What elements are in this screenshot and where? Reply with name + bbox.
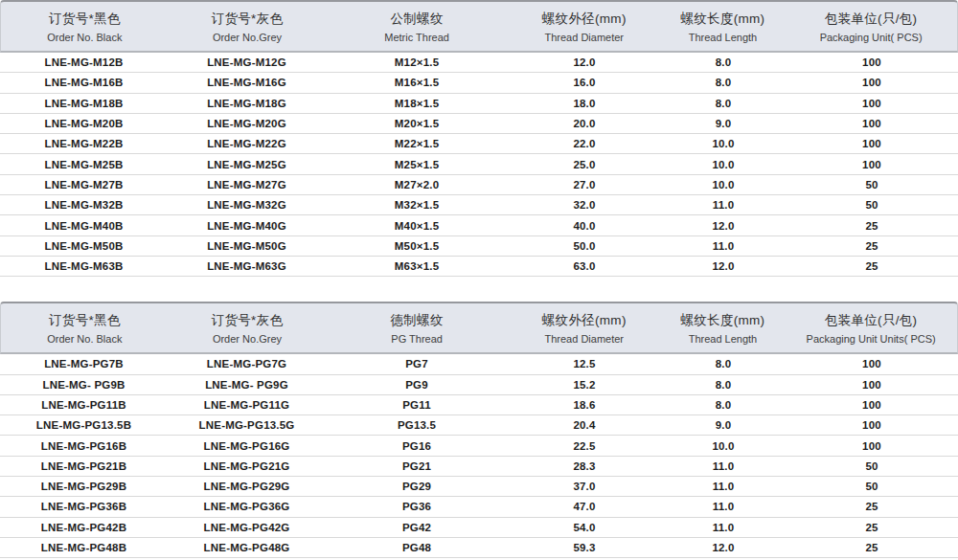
column-header-zh: 订货号*灰色 <box>169 312 327 329</box>
column-header-zh: 订货号*黑色 <box>1 11 169 28</box>
table-cell: 12.5 <box>508 358 661 370</box>
table-cell: 20.4 <box>508 419 661 431</box>
table-cell: M27×2.0 <box>326 179 508 190</box>
table-cell: 32.0 <box>508 199 661 211</box>
table-cell: M63×1.5 <box>326 260 508 272</box>
table-cell: 22.0 <box>508 138 661 149</box>
table-cell: M22×1.5 <box>326 138 508 149</box>
table-cell: PG36 <box>326 501 508 512</box>
table-cell: LNE-MG-M27G <box>168 179 326 190</box>
table-cell: M18×1.5 <box>326 98 508 109</box>
table-cell: M40×1.5 <box>326 220 508 232</box>
table-row: LNE-MG-M20BLNE-MG-M20GM20×1.520.09.0100 <box>0 114 958 134</box>
column-header-pg-thread: 德制螺纹 PG Thread <box>326 312 508 345</box>
column-header-metric-thread: 公制螺纹 Metric Thread <box>326 11 508 43</box>
table-cell: 100 <box>786 77 958 88</box>
table-cell: PG11 <box>326 399 508 411</box>
table-cell: 47.0 <box>508 501 661 512</box>
table-cell: 50.0 <box>508 240 661 252</box>
table-cell: LNE-MG-M18G <box>168 98 326 109</box>
pg-thread-table: 订货号*黑色 Order No. Black 订货号*灰色 Order No.G… <box>0 302 958 558</box>
table-cell: 9.0 <box>661 118 786 129</box>
table-cell: 8.0 <box>661 56 786 68</box>
table-cell: 10.0 <box>661 440 786 452</box>
table-cell: 11.0 <box>661 481 786 492</box>
pg-thread-table-header: 订货号*黑色 Order No. Black 订货号*灰色 Order No.G… <box>0 302 958 354</box>
table-cell: 100 <box>786 379 958 391</box>
column-header-thread-length: 螺纹长度(mm) Thread Length <box>661 312 786 345</box>
column-header-zh: 螺纹长度(mm) <box>661 11 786 28</box>
table-cell: 15.2 <box>508 379 661 391</box>
table-cell: 100 <box>786 98 958 109</box>
table-cell: 100 <box>786 399 958 411</box>
table-cell: 12.0 <box>661 220 786 232</box>
table-cell: 11.0 <box>661 522 786 533</box>
table-cell: LNE-MG-M40B <box>0 220 168 232</box>
column-header-zh: 包装单位(只/包) <box>785 312 957 329</box>
table-cell: LNE-MG-M50B <box>0 240 168 252</box>
column-header-zh: 包装单位(只/包) <box>785 11 957 28</box>
table-cell: LNE-MG-M22B <box>0 138 168 149</box>
column-header-zh: 订货号*灰色 <box>169 11 327 28</box>
table-row: LNE-MG-M63BLNE-MG-M63GM63×1.563.012.025 <box>0 257 958 277</box>
table-cell: 11.0 <box>661 240 786 252</box>
table-cell: LNE-MG-PG11G <box>168 399 326 411</box>
column-header-order-no-black: 订货号*黑色 Order No. Black <box>1 312 169 345</box>
table-cell: LNE-MG-M40G <box>168 220 326 232</box>
table-cell: LNE-MG-M18B <box>0 98 168 109</box>
table-cell: 8.0 <box>661 98 786 109</box>
table-cell: 25 <box>786 240 958 252</box>
table-cell: LNE-MG-M32G <box>168 199 326 211</box>
metric-thread-table-header: 订货号*黑色 Order No. Black 订货号*灰色 Order No.G… <box>0 0 958 53</box>
table-cell: 18.6 <box>508 399 661 411</box>
table-cell: 25 <box>786 501 958 512</box>
column-header-en: Order No. Black <box>1 333 169 345</box>
column-header-thread-diameter: 螺纹外径(mm) Thread Diameter <box>508 11 661 43</box>
table-cell: LNE-MG-PG13.5B <box>0 419 168 431</box>
table-cell: LNE-MG-M16B <box>0 77 168 88</box>
table-cell: 100 <box>786 440 958 452</box>
table-cell: PG29 <box>326 481 508 492</box>
table-cell: 63.0 <box>508 260 661 272</box>
table-cell: LNE-MG-M63B <box>0 260 168 272</box>
table-cell: M32×1.5 <box>326 199 508 211</box>
table-cell: LNE-MG-PG48B <box>0 542 168 553</box>
table-cell: 12.0 <box>661 542 786 553</box>
table-cell: LNE-MG-M12G <box>168 56 326 68</box>
table-cell: 50 <box>786 481 958 492</box>
table-cell: M20×1.5 <box>326 118 508 129</box>
column-header-zh: 公制螺纹 <box>326 11 508 28</box>
table-row: LNE-MG-M27BLNE-MG-M27GM27×2.027.010.050 <box>0 175 958 195</box>
table-cell: 8.0 <box>661 399 786 411</box>
table-cell: LNE-MG-M27B <box>0 179 168 190</box>
table-cell: 25 <box>786 542 958 553</box>
table-row: LNE-MG-PG16BLNE-MG-PG16GPG1622.510.0100 <box>0 436 958 456</box>
table-cell: 54.0 <box>508 522 661 533</box>
table-cell: 50 <box>786 199 958 211</box>
table-cell: 28.3 <box>508 460 661 472</box>
column-header-order-no-black: 订货号*黑色 Order No. Black <box>1 11 169 43</box>
table-cell: 100 <box>786 159 958 170</box>
table-cell: LNE-MG-M50G <box>168 240 326 252</box>
column-header-zh: 订货号*黑色 <box>1 312 169 329</box>
table-cell: 100 <box>786 118 958 129</box>
table-cell: M16×1.5 <box>326 77 508 88</box>
column-header-zh: 螺纹外径(mm) <box>508 312 661 329</box>
table-cell: 27.0 <box>508 179 661 190</box>
table-row: LNE-MG-M40BLNE-MG-M40GM40×1.540.012.025 <box>0 215 958 235</box>
table-cell: PG7 <box>326 358 508 370</box>
table-cell: LNE-MG-M16G <box>168 77 326 88</box>
table-cell: LNE-MG-PG36G <box>168 501 326 512</box>
table-cell: 8.0 <box>661 77 786 88</box>
table-cell: 16.0 <box>508 77 661 88</box>
table-cell: LNE-MG-PG29G <box>168 481 326 492</box>
table-cell: 10.0 <box>661 179 786 190</box>
table-row: LNE-MG-M16BLNE-MG-M16GM16×1.516.08.0100 <box>0 73 958 93</box>
column-header-en: Thread Diameter <box>508 333 661 345</box>
table-cell: 18.0 <box>508 98 661 109</box>
table-cell: LNE-MG-M32B <box>0 199 168 211</box>
table-row: LNE-MG-PG21BLNE-MG-PG21GPG2128.311.050 <box>0 457 958 477</box>
column-header-en: Order No. Black <box>1 32 169 43</box>
column-header-en: Thread Length <box>661 333 786 345</box>
table-row: LNE-MG-PG36BLNE-MG-PG36GPG3647.011.025 <box>0 497 958 517</box>
